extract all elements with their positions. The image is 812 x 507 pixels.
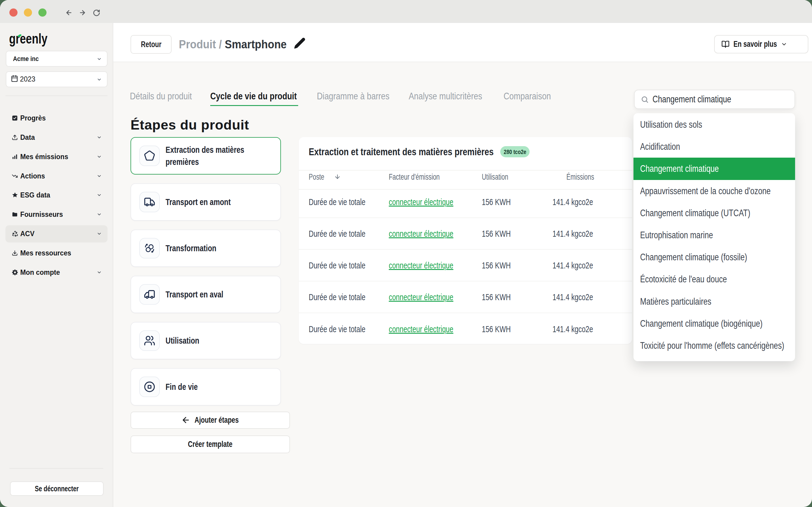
svg-text:greenly: greenly [9, 31, 47, 47]
